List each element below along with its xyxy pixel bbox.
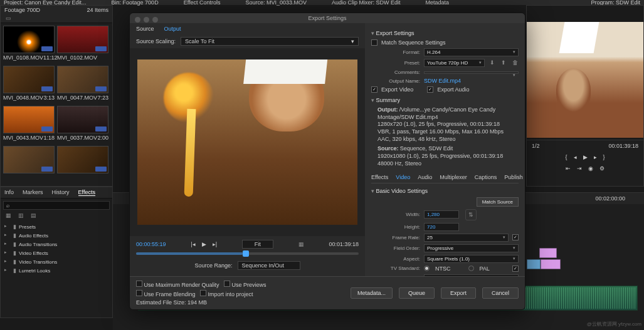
step-fwd-icon[interactable]: ▸| [213,241,217,247]
effects-folder[interactable]: ▮Audio Transitions [4,240,108,249]
subtab-captions[interactable]: Captions [475,174,497,180]
clip-thumbnail[interactable]: MVI_0048.MOV3:13 [3,66,55,101]
aspect-select[interactable]: Square Pixels (1.0) [424,255,519,263]
use-previews-checkbox[interactable] [224,281,230,287]
clip-thumbnail[interactable]: MVI_0047.MOV7:23 [57,66,108,101]
link-dimensions-icon[interactable]: ⇅ [465,209,477,220]
step-back-icon[interactable]: ◂ [574,154,577,160]
height-input[interactable]: 720 [424,223,459,231]
export-frame-icon[interactable]: ◉ [588,165,593,172]
tv-lock-checkbox[interactable] [512,266,519,272]
match-sequence-checkbox[interactable] [371,39,377,46]
tab-output[interactable]: Output [164,26,181,32]
tv-ntsc-radio[interactable] [424,266,430,271]
preview-scrubber[interactable] [136,252,359,255]
export-settings-section[interactable]: Export Settings [371,28,519,38]
frame-blending-checkbox[interactable] [136,290,142,296]
export-subtabs: EffectsVideoAudioMultiplexerCaptionsPubl… [371,172,519,183]
video-clip[interactable] [541,259,561,269]
width-input[interactable]: 1,280 [424,210,459,219]
import-preset-icon[interactable]: ⬆ [500,59,507,67]
effects-folder[interactable]: ▮Lumetri Looks [4,266,108,275]
play-icon[interactable]: ▶ [583,154,588,160]
max-quality-checkbox[interactable] [136,281,142,287]
tab-history[interactable]: History [52,189,70,196]
effects-icon-3[interactable]: ▤ [29,212,37,220]
effects-icon[interactable]: ▦ [4,212,12,220]
export-button[interactable]: Export [441,287,476,299]
preview-tabs: Source Output [130,23,365,34]
program-transport: { ◂ ▶ ▸ } [527,152,643,163]
format-select[interactable]: H.264 [424,48,519,56]
clip-thumbnail[interactable]: MVI_0043.MOV1:18 [3,106,55,141]
match-source-button[interactable]: Match Source [477,197,519,207]
clip-thumbnail[interactable]: MVI_0108.MOV11:12 [3,26,55,61]
profile-select[interactable]: High [424,274,519,277]
clip-thumbnail[interactable]: MVI_0102.MOV [57,26,108,61]
export-audio-checkbox[interactable] [427,86,433,93]
lift-icon[interactable]: ⇤ [566,165,571,172]
summary-section[interactable]: Summary [371,95,519,105]
play-icon[interactable]: ▶ [202,241,206,247]
source-scaling-select[interactable]: Scale To Fit▾ [181,37,359,46]
step-fwd-icon[interactable]: ▸ [594,154,597,160]
effects-icon-2[interactable]: ▥ [17,212,24,220]
save-preset-icon[interactable]: ⬇ [488,59,496,67]
tab-source[interactable]: Source [136,26,154,32]
subtab-publish[interactable]: Publish [504,174,523,180]
subtab-multiplexer[interactable]: Multiplexer [440,174,467,180]
effects-folder[interactable]: ▮Audio Effects [4,231,108,240]
effects-search-input[interactable]: ⌕ [3,201,110,210]
mark-out-icon[interactable]: } [603,154,605,160]
framerate-lock-checkbox[interactable] [512,234,519,240]
tab-markers[interactable]: Markers [23,189,43,196]
subtab-audio[interactable]: Audio [418,174,432,180]
preview-tc-in[interactable]: 00:00:55:19 [136,241,166,247]
basic-video-section[interactable]: Basic Video Settings [371,186,519,196]
cancel-button[interactable]: Cancel [482,287,519,299]
aspect-correction-icon[interactable]: ▦ [298,241,304,247]
effects-tree: ▮Presets▮Audio Effects▮Audio Transitions… [1,220,112,277]
clip-thumbnail[interactable] [3,146,55,175]
preview-tc-out: 00:01:39:18 [329,241,359,247]
step-back-icon[interactable]: |◂ [191,241,195,247]
import-project-checkbox[interactable] [200,290,206,296]
effects-folder[interactable]: ▮Video Transitions [4,257,108,266]
extract-icon[interactable]: ⇥ [577,165,582,172]
effects-folder[interactable]: ▮Presets [4,222,108,231]
tv-pal-radio[interactable] [468,266,474,271]
preview-fit-select[interactable]: Fit [242,240,273,249]
window-controls[interactable] [135,17,158,23]
program-preview-image [527,22,643,138]
preset-select[interactable]: YouTube 720p HD [424,59,485,67]
framerate-select[interactable]: 25 [424,234,509,242]
source-range-select[interactable]: Sequence In/Out [238,261,300,270]
metadata-button[interactable]: Metadata... [351,287,393,299]
subtab-video[interactable]: Video [396,174,410,180]
effects-folder[interactable]: ▮Video Effects [4,249,108,257]
clip-thumbnail[interactable]: MVI_0037.MOV2:00 [57,106,108,141]
program-timecode: 00:01:39:18 [608,143,638,149]
delete-preset-icon[interactable]: 🗑 [511,59,519,67]
mark-in-icon[interactable]: { [565,154,567,160]
export-video-checkbox[interactable] [371,86,377,93]
minimize-icon [144,17,149,23]
clip-thumbnail[interactable] [57,146,108,175]
tab-info[interactable]: Info [4,189,14,196]
tab-effects[interactable]: Effects [78,189,95,196]
export-preview-image [137,59,357,225]
workspace-tabs: Project: Canon Eye Candy Edit...Bin: Foo… [0,0,644,5]
subtab-effects[interactable]: Effects [371,174,388,180]
search-icon: ⌕ [6,202,9,209]
dialog-title: Export Settings [130,13,525,23]
video-clip[interactable] [539,248,557,258]
field-order-select[interactable]: Progressive [424,244,519,252]
output-name-link[interactable]: SDW Edit.mp4 [424,78,461,84]
bin-title: Footage 700D [4,7,40,13]
source-scaling-label: Source Scaling: [136,38,176,44]
comments-input[interactable] [424,71,519,74]
settings-icon[interactable]: ⚙ [599,165,604,172]
source-range-label: Source Range: [194,262,232,269]
video-clip[interactable] [527,259,541,269]
queue-button[interactable]: Queue [399,287,435,299]
